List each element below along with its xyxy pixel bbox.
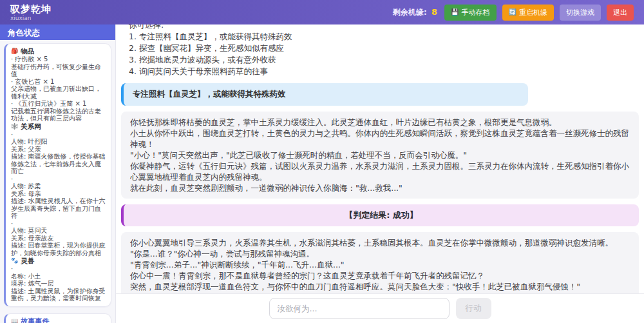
items-section-title: 物品 bbox=[21, 47, 34, 55]
choice-option-3: 3. 挖掘地底灵力波动源头，或有意外收获 bbox=[129, 54, 631, 66]
story-events-panel: 📖 故事事件 （事件总结），生死历练后修为大进，灵根稳固，但寿元因重伤加速衰老 bbox=[4, 313, 111, 323]
app-title-block: 驭梦乾坤 xiuxian bbox=[10, 4, 52, 21]
switch-game-button[interactable]: 切换游戏 bbox=[560, 5, 601, 21]
manual-save-button[interactable]: 💾 手动存档 bbox=[444, 5, 496, 21]
selected-choice-message: 专注照料【血灵芝】，或能获得其特殊药效 bbox=[121, 83, 528, 106]
header-controls: 剩余机缘: 8 💾 手动存档 🔄 重启机缘 切换游戏 退出 bbox=[393, 5, 634, 21]
story-log[interactable]: 你可选择: 1. 专注照料【血灵芝】，或能获得其特殊药效 2. 探查【幽冥花】异… bbox=[116, 24, 644, 293]
spirit-beast-section-header: 🐾 灵兽 bbox=[11, 257, 106, 265]
choices-intro: 你可选择: bbox=[129, 24, 631, 31]
character-sidebar: 角色状态 🎒 物品 · 疗伤散 × 5 基础疗伤丹药，可恢复少量生命值 · 玄铁… bbox=[0, 24, 116, 323]
choice-option-4: 4. 询问莫问天关于母亲照料药草的往事 bbox=[129, 66, 631, 77]
app-title: 驭梦乾坤 bbox=[10, 4, 52, 15]
spirit-beast-list: · 名称: 小土 境界: 炼气一层 描述: 土属性灵鼠，为保护你身受重伤，灵力黯… bbox=[11, 265, 106, 302]
judgment-result-message: 【判定结果: 成功】 bbox=[121, 204, 639, 226]
exit-button[interactable]: 退出 bbox=[607, 5, 634, 21]
items-list: · 疗伤散 × 5 基础疗伤丹药，可恢复少量生命值 · 玄铁匕首 × 1 父亲遗… bbox=[11, 55, 106, 122]
spirit-beast-section-title: 灵兽 bbox=[21, 257, 34, 265]
items-section: 🎒 物品 · 疗伤散 × 5 基础疗伤丹药，可恢复少量生命值 · 玄铁匕首 × … bbox=[11, 47, 106, 122]
choice-option-1: 1. 专注照料【血灵芝】，或能获得其特殊药效 bbox=[129, 31, 631, 43]
backpack-icon: 🎒 bbox=[11, 47, 18, 55]
app-header: 驭梦乾坤 xiuxian 剩余机缘: 8 💾 手动存档 🔄 重启机缘 切换游戏 … bbox=[0, 0, 644, 24]
relationships-section-header: 🕸️ 关系网 bbox=[11, 122, 106, 131]
app-subtitle: xiuxian bbox=[10, 15, 52, 21]
web-icon: 🕸️ bbox=[11, 122, 18, 131]
action-input[interactable] bbox=[269, 298, 450, 319]
relationships-section-title: 关系网 bbox=[21, 122, 41, 131]
relationships-section: 🕸️ 关系网 · 人物: 叶烈阳 关系: 父亲 描述: 南疆火修散修，传授你基础… bbox=[11, 122, 106, 257]
app-body: 角色状态 🎒 物品 · 疗伤散 × 5 基础疗伤丹药，可恢复少量生命值 · 玄铁… bbox=[0, 24, 644, 323]
sidebar-scroll-area[interactable]: 🎒 物品 · 疗伤散 × 5 基础疗伤丹药，可恢复少量生命值 · 玄铁匕首 × … bbox=[0, 40, 115, 323]
story-main: 你可选择: 1. 专注照料【血灵芝】，或能获得其特殊药效 2. 探查【幽冥花】异… bbox=[116, 24, 644, 323]
character-status-panel: 🎒 物品 · 疗伤散 × 5 基础疗伤丹药，可恢复少量生命值 · 玄铁匕首 × … bbox=[4, 43, 111, 307]
paw-icon: 🐾 bbox=[11, 257, 18, 265]
restart-chance-label: 重启机缘 bbox=[519, 8, 547, 17]
spirit-beast-section: 🐾 灵兽 · 名称: 小土 境界: 炼气一层 描述: 土属性灵鼠，为保护你身受重… bbox=[11, 257, 106, 302]
manual-save-label: 手动存档 bbox=[462, 8, 490, 17]
items-section-header: 🎒 物品 bbox=[11, 47, 106, 55]
choice-option-2: 2. 探查【幽冥花】异变，生死感知似有感应 bbox=[129, 43, 631, 54]
book-icon: 📖 bbox=[11, 317, 18, 323]
choices-block: 你可选择: 1. 专注照料【血灵芝】，或能获得其特殊药效 2. 探查【幽冥花】异… bbox=[121, 24, 639, 77]
action-button[interactable]: 行动 bbox=[456, 298, 491, 319]
story-events-title: 故事事件 bbox=[21, 317, 49, 323]
save-icon: 💾 bbox=[451, 9, 459, 15]
restart-icon: 🔄 bbox=[509, 9, 516, 15]
relationships-list: · 人物: 叶烈阳 关系: 父亲 描述: 南疆火修散修，传授你基础修炼之法，七年… bbox=[11, 131, 106, 257]
sidebar-title: 角色状态 bbox=[0, 24, 115, 40]
narrative-message: 你小心翼翼地引导三系灵力，火系温养其生机，水系滋润其枯萎，土系稳固其根本。血灵芝… bbox=[121, 232, 639, 293]
remaining-chances: 剩余机缘: 8 bbox=[393, 7, 437, 18]
action-input-bar: 行动 bbox=[116, 293, 644, 323]
narrative-message: 你轻抚那株即将枯萎的血灵芝，掌中土系灵力缓缓注入。此灵芝通体血红，叶片边缘已有枯… bbox=[121, 112, 639, 199]
restart-chance-button[interactable]: 🔄 重启机缘 bbox=[502, 5, 554, 21]
remaining-chances-value: 8 bbox=[431, 7, 437, 17]
story-events-header: 📖 故事事件 bbox=[11, 317, 106, 323]
remaining-chances-label: 剩余机缘: bbox=[393, 8, 427, 17]
